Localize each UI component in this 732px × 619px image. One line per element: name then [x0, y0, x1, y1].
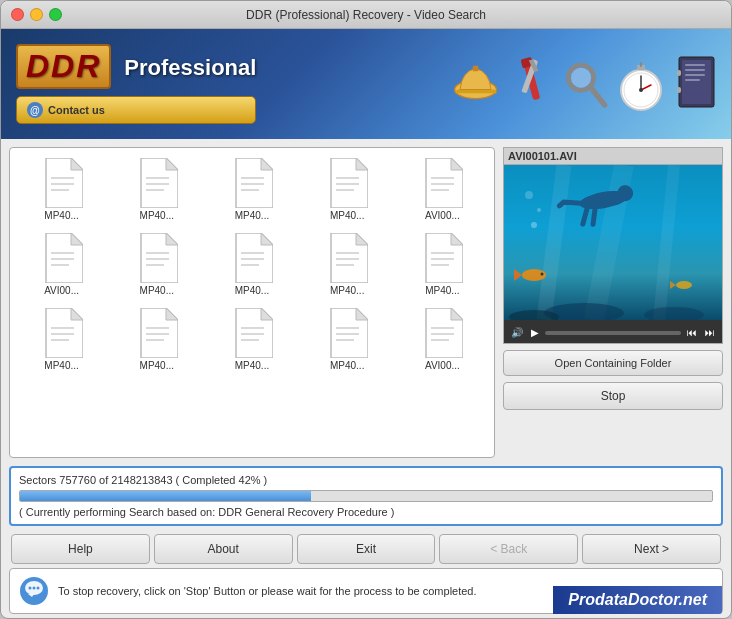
svg-point-15 [639, 88, 643, 92]
contact-icon: @ [27, 102, 43, 118]
contact-button[interactable]: @ Contact us [16, 96, 256, 124]
file-item[interactable]: MP40... [396, 228, 489, 301]
progress-fill [20, 491, 311, 501]
file-icon [326, 233, 368, 283]
svg-rect-21 [685, 79, 700, 81]
svg-rect-19 [685, 69, 705, 71]
file-item[interactable]: MP40... [110, 228, 203, 301]
main-window: DDR (Professional) Recovery - Video Sear… [0, 0, 732, 619]
file-name: MP40... [235, 285, 269, 296]
svg-point-79 [541, 273, 544, 276]
file-grid: MP40... MP40... [15, 153, 489, 376]
file-icon [326, 158, 368, 208]
file-item[interactable]: MP40... [205, 153, 298, 226]
file-icon [421, 233, 463, 283]
preview-section: AVI00101.AVI [503, 147, 723, 344]
file-item[interactable]: MP40... [110, 303, 203, 376]
file-item[interactable]: MP40... [301, 303, 394, 376]
file-name: MP40... [140, 285, 174, 296]
file-name: MP40... [140, 210, 174, 221]
watermark: ProdataDoctor.net [553, 586, 722, 614]
preview-title: AVI00101.AVI [503, 147, 723, 164]
file-name: MP40... [44, 210, 78, 221]
svg-rect-18 [685, 64, 705, 66]
file-item[interactable]: MP40... [205, 303, 298, 376]
svg-point-87 [29, 587, 32, 590]
about-button[interactable]: About [154, 534, 293, 564]
step-back-button[interactable]: ⏮ [685, 326, 699, 339]
window-controls [11, 8, 62, 21]
maximize-button[interactable] [49, 8, 62, 21]
file-icon [136, 233, 178, 283]
file-name: AVI00... [425, 360, 460, 371]
file-item[interactable]: AVI00... [396, 303, 489, 376]
svg-rect-22 [677, 70, 681, 76]
file-item[interactable]: AVI00... [15, 228, 108, 301]
file-name: MP40... [330, 210, 364, 221]
file-item[interactable]: MP40... [15, 153, 108, 226]
stopwatch-icon [616, 54, 666, 114]
sector-text: Sectors 757760 of 2148213843 ( Completed… [19, 474, 713, 486]
svg-point-88 [33, 587, 36, 590]
file-item[interactable]: MP40... [205, 228, 298, 301]
file-item[interactable]: MP40... [301, 228, 394, 301]
right-panel: AVI00101.AVI [503, 147, 723, 458]
file-name: MP40... [140, 360, 174, 371]
file-name: MP40... [330, 285, 364, 296]
step-fwd-button[interactable]: ⏭ [703, 326, 717, 339]
header-tools [451, 54, 721, 114]
open-folder-button[interactable]: Open Containing Folder [503, 350, 723, 376]
stop-button[interactable]: Stop [503, 382, 723, 410]
video-progress[interactable] [545, 331, 681, 335]
file-icon [41, 308, 83, 358]
svg-rect-23 [677, 87, 681, 93]
file-icon [421, 308, 463, 358]
file-name: MP40... [330, 360, 364, 371]
ddr-label: DDR [26, 48, 101, 84]
file-icon [41, 158, 83, 208]
exit-button[interactable]: Exit [297, 534, 436, 564]
svg-rect-12 [640, 62, 642, 67]
volume-icon[interactable]: 🔊 [509, 326, 525, 339]
minimize-button[interactable] [30, 8, 43, 21]
file-panel[interactable]: MP40... MP40... [9, 147, 495, 458]
file-name: MP40... [44, 360, 78, 371]
file-item[interactable]: MP40... [110, 153, 203, 226]
file-name: AVI00... [425, 210, 460, 221]
svg-rect-17 [682, 60, 711, 104]
professional-label: Professional [124, 55, 256, 81]
notebook-icon [671, 54, 721, 114]
nav-buttons: Help About Exit < Back Next > [9, 534, 723, 564]
file-name: MP40... [425, 285, 459, 296]
app-header: DDR Professional @ Contact us [1, 29, 731, 139]
file-icon [41, 233, 83, 283]
info-icon [20, 577, 48, 605]
logo-area: DDR Professional @ Contact us [16, 44, 256, 124]
file-item[interactable]: AVI00... [396, 153, 489, 226]
file-icon [231, 308, 273, 358]
file-icon [136, 308, 178, 358]
file-name: MP40... [235, 360, 269, 371]
file-item[interactable]: MP40... [15, 303, 108, 376]
file-item[interactable]: MP40... [301, 153, 394, 226]
help-button[interactable]: Help [11, 534, 150, 564]
play-button[interactable]: ▶ [529, 326, 541, 339]
file-name: MP40... [235, 210, 269, 221]
file-icon [421, 158, 463, 208]
preview-image [504, 165, 722, 320]
svg-point-75 [525, 191, 533, 199]
svg-point-6 [571, 67, 591, 87]
progress-section: Sectors 757760 of 2148213843 ( Completed… [9, 466, 723, 526]
svg-point-73 [531, 222, 537, 228]
svg-point-74 [537, 208, 541, 212]
ddr-box: DDR [16, 44, 111, 89]
preview-box: 🔊 ▶ ⏮ ⏭ [503, 164, 723, 344]
video-controls: 🔊 ▶ ⏮ ⏭ [504, 320, 722, 344]
svg-point-89 [37, 587, 40, 590]
next-button[interactable]: Next > [582, 534, 721, 564]
svg-rect-1 [473, 65, 478, 70]
back-button[interactable]: < Back [439, 534, 578, 564]
close-button[interactable] [11, 8, 24, 21]
file-icon [326, 308, 368, 358]
title-bar: DDR (Professional) Recovery - Video Sear… [1, 1, 731, 29]
